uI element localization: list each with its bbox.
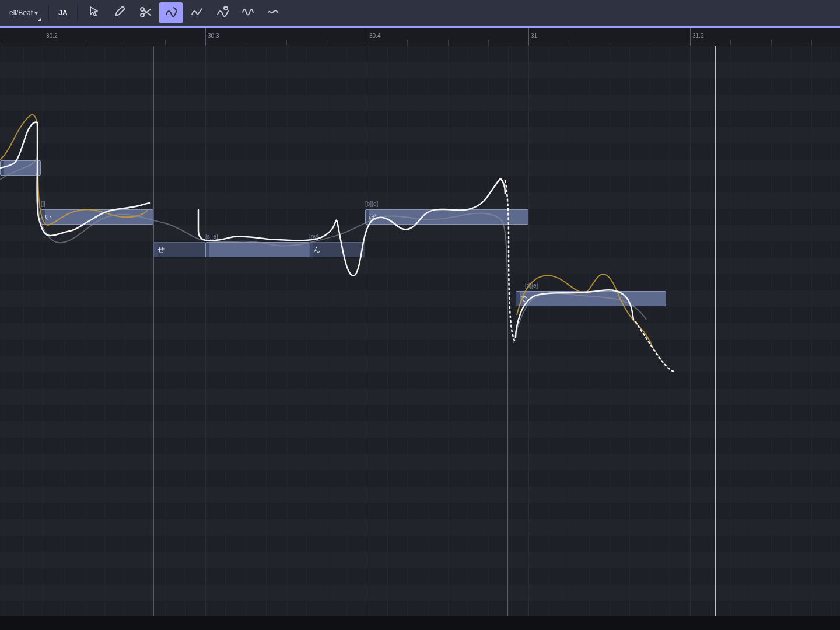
- tool-wave[interactable]: [262, 2, 285, 23]
- footer-bar: [0, 616, 840, 630]
- piano-roll[interactable]: い[j]せ[s][e][nv]んぼ[b][o]で[d][e]: [0, 46, 840, 616]
- ruler-label: 30.4: [369, 33, 380, 39]
- pitch-row: [0, 454, 840, 470]
- pitch-row: [0, 487, 840, 503]
- note-rows: [0, 46, 840, 616]
- tool-scissors[interactable]: [134, 2, 157, 23]
- note[interactable]: ん: [309, 242, 365, 257]
- pitch-draw-icon: [164, 5, 177, 20]
- region-boundary[interactable]: [509, 46, 509, 616]
- note-lyric: ぼ: [369, 212, 376, 222]
- pitch-row: [0, 503, 840, 519]
- playhead[interactable]: [715, 46, 716, 616]
- tool-vibrato[interactable]: [236, 2, 260, 23]
- pitch-row: [0, 438, 840, 454]
- language-indicator[interactable]: JA: [54, 9, 72, 17]
- pointer-icon: [88, 5, 100, 20]
- pitch-row: [0, 421, 840, 438]
- snap-selector[interactable]: ell/Beat ▾: [4, 2, 44, 23]
- region-boundary[interactable]: [153, 46, 154, 616]
- pitch-row: [0, 340, 840, 356]
- pitch-row: [0, 536, 840, 552]
- note-lyric: で: [520, 294, 527, 304]
- pitch-row: [0, 323, 840, 340]
- svg-rect-2: [224, 7, 228, 9]
- pitch-row: [0, 470, 840, 487]
- note-resize-handle[interactable]: [206, 243, 209, 257]
- note-resize-handle[interactable]: [154, 243, 158, 257]
- pitch-row: [0, 192, 840, 209]
- note-resize-handle[interactable]: [41, 210, 45, 224]
- pitch-row: [0, 405, 840, 421]
- pitch-erase-icon: [216, 5, 229, 20]
- wave-icon: [267, 5, 280, 20]
- ruler-label: 31: [531, 33, 537, 39]
- ruler-label: 31.2: [692, 33, 704, 39]
- note-lyric: い: [45, 212, 52, 222]
- pitch-row: [0, 258, 840, 274]
- snap-label: ell/Beat ▾: [9, 9, 38, 17]
- pitch-row: [0, 274, 840, 290]
- pitch-row: [0, 584, 840, 601]
- tool-pitch-draw[interactable]: [159, 2, 183, 23]
- note[interactable]: で: [516, 291, 666, 306]
- pitch-row: [0, 176, 840, 192]
- note[interactable]: い: [41, 209, 153, 225]
- tool-pitch-line[interactable]: [185, 2, 208, 23]
- phoneme-label: [b][o]: [365, 201, 378, 209]
- pitch-row: [0, 46, 840, 62]
- pitch-row: [0, 127, 840, 144]
- note[interactable]: せ: [153, 242, 206, 257]
- ruler-label: 30.2: [46, 33, 57, 39]
- toolbar-divider: [77, 5, 78, 21]
- pitch-row: [0, 568, 840, 584]
- note-resize-handle[interactable]: [516, 292, 520, 306]
- tool-pointer[interactable]: [82, 2, 106, 23]
- pitch-row: [0, 552, 840, 568]
- phoneme-label: [d][e]: [525, 282, 538, 290]
- timeline-ruler[interactable]: 30.230.330.43131.2: [0, 28, 840, 46]
- pitch-row: [0, 62, 840, 78]
- phoneme-label: [nv]: [309, 233, 318, 242]
- pitch-row: [0, 290, 840, 307]
- tool-pencil[interactable]: [108, 2, 131, 23]
- pitch-row: [0, 78, 840, 94]
- pitch-row: [0, 307, 840, 323]
- pitch-row: [0, 225, 840, 242]
- pitch-row: [0, 388, 840, 405]
- vibrato-icon: [242, 5, 254, 20]
- phoneme-label: [j]: [41, 201, 46, 209]
- pencil-icon: [113, 5, 126, 20]
- pitch-line-icon: [190, 5, 203, 20]
- toolbar-divider: [48, 5, 49, 21]
- scissors-icon: [139, 5, 152, 20]
- note-resize-handle[interactable]: [366, 210, 369, 224]
- pitch-row: [0, 144, 840, 160]
- tool-pitch-erase[interactable]: [211, 2, 234, 23]
- pitch-row: [0, 372, 840, 388]
- note[interactable]: ぼ: [365, 209, 528, 225]
- pitch-row: [0, 519, 840, 536]
- note-lyric: ん: [313, 245, 320, 255]
- pitch-row: [0, 160, 840, 176]
- pitch-row: [0, 356, 840, 372]
- toolbar: ell/Beat ▾ JA: [0, 0, 840, 26]
- note[interactable]: [0, 160, 41, 176]
- pitch-row: [0, 111, 840, 127]
- pitch-row: [0, 242, 840, 258]
- pitch-row: [0, 94, 840, 111]
- pitch-row: [0, 601, 840, 616]
- ruler-label: 30.3: [208, 33, 219, 39]
- note-lyric: せ: [158, 245, 164, 255]
- phoneme-label: [s][e]: [205, 233, 218, 242]
- note-resize-handle[interactable]: [1, 161, 4, 175]
- note[interactable]: [205, 242, 309, 257]
- note-resize-handle[interactable]: [310, 243, 313, 257]
